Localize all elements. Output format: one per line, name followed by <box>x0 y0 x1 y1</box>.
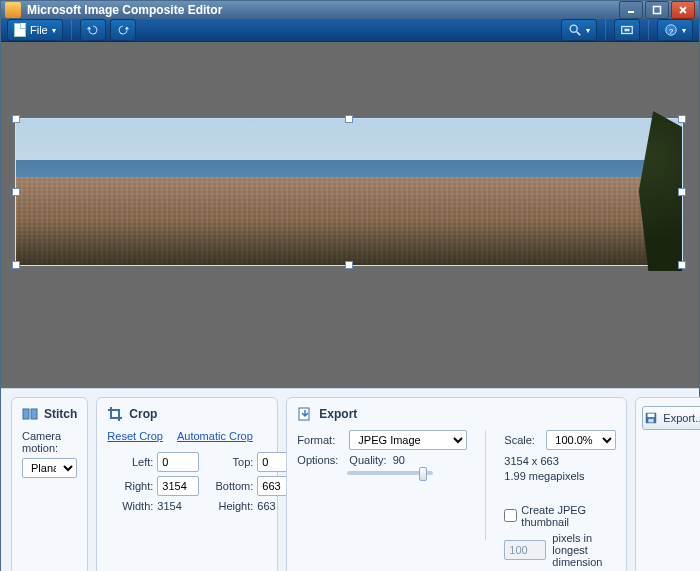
canvas-area[interactable] <box>1 42 699 388</box>
format-select[interactable]: JPEG Image <box>349 430 467 450</box>
export-button[interactable]: Export... <box>642 406 700 430</box>
rotate-cw-icon <box>116 23 130 37</box>
crop-handle-b[interactable] <box>345 261 353 269</box>
crop-bottom-label: Bottom: <box>201 480 257 492</box>
crop-icon <box>107 406 123 422</box>
svg-rect-10 <box>23 409 29 419</box>
scale-select[interactable]: 100.0% <box>546 430 616 450</box>
chevron-down-icon: ▾ <box>52 26 56 35</box>
rotate-ccw-button[interactable] <box>80 19 106 41</box>
window-title: Microsoft Image Composite Editor <box>27 3 619 17</box>
crop-left-input[interactable] <box>157 452 199 472</box>
save-icon <box>644 411 658 425</box>
svg-rect-14 <box>648 414 655 418</box>
help-icon: ? <box>664 23 678 37</box>
svg-rect-15 <box>649 419 654 423</box>
chevron-down-icon: ▾ <box>586 26 590 35</box>
crop-handle-bl[interactable] <box>12 261 20 269</box>
crop-frame[interactable] <box>15 118 683 266</box>
reset-crop-link[interactable]: Reset Crop <box>107 430 163 442</box>
quality-value: 90 <box>393 454 405 466</box>
crop-right-input[interactable] <box>157 476 199 496</box>
crop-heading: Crop <box>129 407 157 421</box>
maximize-button[interactable] <box>645 1 669 19</box>
export-icon <box>297 406 313 422</box>
crop-handle-tr[interactable] <box>678 115 686 123</box>
titlebar: Microsoft Image Composite Editor <box>1 1 699 19</box>
export-heading: Export <box>319 407 357 421</box>
slider-thumb[interactable] <box>419 467 427 481</box>
chevron-down-icon: ▾ <box>682 26 686 35</box>
zoom-icon <box>568 23 582 37</box>
crop-handle-l[interactable] <box>12 188 20 196</box>
svg-line-5 <box>577 32 581 36</box>
svg-text:?: ? <box>669 27 674 36</box>
crop-left-label: Left: <box>107 456 157 468</box>
stitch-icon <box>22 406 38 422</box>
zoom-menu-button[interactable]: ▾ <box>561 19 597 41</box>
file-label: File <box>30 24 48 36</box>
file-icon <box>14 23 26 37</box>
quality-label: Quality: <box>349 454 386 466</box>
camera-motion-select[interactable]: Planar Motion 1 <box>22 458 77 478</box>
crop-width-value: 3154 <box>157 500 201 512</box>
help-menu-button[interactable]: ? ▾ <box>657 19 693 41</box>
automatic-crop-link[interactable]: Automatic Crop <box>177 430 253 442</box>
rotate-ccw-icon <box>86 23 100 37</box>
crop-height-label: Height: <box>201 500 257 512</box>
camera-motion-label: Camera motion: <box>22 430 77 454</box>
fit-view-button[interactable] <box>614 19 640 41</box>
thumbnail-pixels-input <box>504 540 546 560</box>
output-dimensions: 3154 x 663 <box>504 454 616 469</box>
stitch-heading: Stitch <box>44 407 77 421</box>
output-megapixels: 1.99 megapixels <box>504 469 616 484</box>
stitch-panel: Stitch Camera motion: Planar Motion 1 <box>11 397 88 571</box>
toolbar: File ▾ ▾ ? <box>1 19 699 42</box>
crop-width-label: Width: <box>107 500 157 512</box>
panorama-image <box>16 119 682 265</box>
file-menu-button[interactable]: File ▾ <box>7 19 63 41</box>
crop-top-label: Top: <box>201 456 257 468</box>
svg-rect-1 <box>654 7 661 14</box>
close-button[interactable] <box>671 1 695 19</box>
format-label: Format: <box>297 434 343 446</box>
crop-handle-t[interactable] <box>345 115 353 123</box>
svg-rect-11 <box>31 409 37 419</box>
crop-handle-br[interactable] <box>678 261 686 269</box>
crop-panel: Crop Reset Crop Automatic Crop Left: Top… <box>96 397 278 571</box>
rotate-cw-button[interactable] <box>110 19 136 41</box>
crop-handle-r[interactable] <box>678 188 686 196</box>
svg-rect-7 <box>624 29 629 32</box>
crop-handle-tl[interactable] <box>12 115 20 123</box>
create-thumbnail-label: Create JPEG thumbnail <box>521 504 616 528</box>
minimize-button[interactable] <box>619 1 643 19</box>
thumbnail-pixels-label: pixels in longest dimension <box>552 532 616 568</box>
create-thumbnail-checkbox[interactable] <box>504 509 517 522</box>
fit-view-icon <box>620 23 634 37</box>
svg-point-4 <box>570 25 577 32</box>
export-panel: Export Format: JPEG Image Options: Quali… <box>286 397 627 571</box>
crop-right-label: Right: <box>107 480 157 492</box>
export-button-label: Export... <box>663 412 700 424</box>
export-button-panel: Export... <box>635 397 700 571</box>
options-label: Options: <box>297 454 343 466</box>
quality-slider[interactable] <box>347 471 433 475</box>
scale-label: Scale: <box>504 434 540 446</box>
app-icon <box>5 2 21 18</box>
